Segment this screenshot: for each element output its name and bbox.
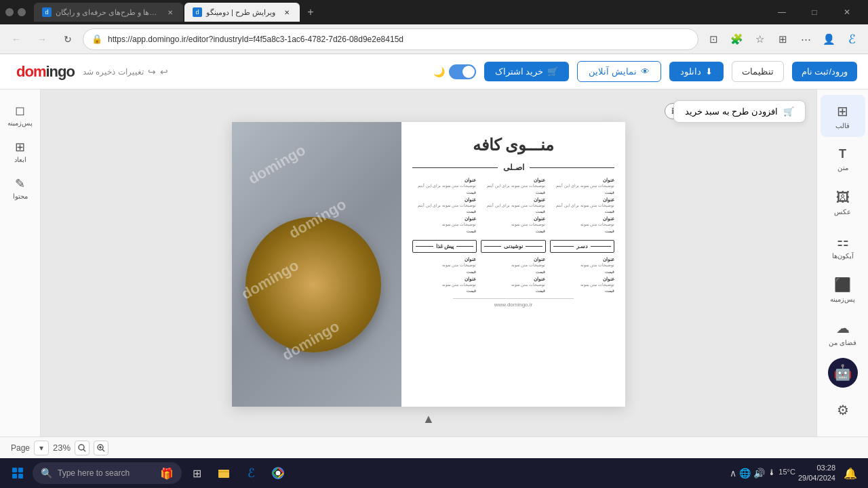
bg-label: پس‌زمینه bbox=[830, 296, 855, 303]
main-section-bar: اصـلی bbox=[412, 163, 614, 172]
sidebar-item-text[interactable]: T متن bbox=[821, 138, 865, 180]
item-6-price: قیمت bbox=[412, 209, 476, 214]
notification-button[interactable]: 🔔 bbox=[838, 461, 863, 485]
toggle-switch[interactable] bbox=[449, 64, 476, 79]
item-4-title: عنوان bbox=[551, 197, 614, 203]
page-label: Page bbox=[11, 443, 30, 453]
browser-collections-button[interactable]: ⊞ bbox=[772, 28, 793, 50]
new-tab-button[interactable]: + bbox=[301, 3, 320, 22]
background-icon: ◻ bbox=[15, 103, 25, 118]
preview-button[interactable]: 👁 نمایش آنلاین bbox=[577, 61, 661, 82]
item-3-title: عنوان bbox=[412, 178, 476, 183]
share-button[interactable]: 🛒 خرید اشتراک bbox=[484, 62, 570, 81]
item-6-title: عنوان bbox=[412, 197, 476, 203]
address-bar[interactable]: 🔒 https://app.domingo.ir/editor?industry… bbox=[83, 28, 698, 50]
sidebar-item-template[interactable]: ⊞ قالب bbox=[821, 95, 865, 137]
taskbar-search-text: Type here to search bbox=[58, 468, 130, 478]
sidebar-item-settings[interactable]: ⚙ bbox=[821, 389, 865, 431]
svg-line-1 bbox=[83, 449, 85, 451]
sidebar-item-background[interactable]: ◻ پس‌زمینه bbox=[3, 98, 37, 131]
browser-extensions-button[interactable]: 🧩 bbox=[726, 28, 747, 50]
sidebar-item-photo[interactable]: 🖼 عکس bbox=[821, 182, 865, 224]
sidebar-item-myspace[interactable]: ☁ فضای من bbox=[821, 312, 865, 354]
tab-2[interactable]: d ویرایش طرح | دومینگو ✕ bbox=[184, 3, 300, 22]
start-button[interactable] bbox=[5, 461, 30, 485]
menu-subsections: دسـر نوشیدنی پیش غذا bbox=[412, 240, 614, 253]
bg-icon: ⬛ bbox=[834, 277, 851, 293]
browser-extras-button[interactable]: ⊡ bbox=[703, 28, 724, 50]
canvas-area: ℹ 🛒 افزودن طرح به سبد خرید domingo domin… bbox=[41, 89, 816, 436]
scroll-up-button[interactable]: ▲ bbox=[422, 412, 435, 426]
subsection-starters-title: پیش غذا bbox=[436, 243, 454, 249]
item-5-title: عنوان bbox=[481, 197, 545, 203]
item-7-price: قیمت bbox=[551, 228, 614, 233]
refresh-button[interactable]: ↻ bbox=[57, 28, 79, 50]
maximize-button[interactable] bbox=[18, 8, 26, 16]
minimize-button[interactable] bbox=[5, 8, 14, 16]
back-button[interactable]: ← bbox=[5, 28, 27, 50]
login-button[interactable]: ورود/ثبت نام bbox=[792, 62, 857, 81]
zoom-reset-button[interactable] bbox=[94, 441, 108, 455]
chrome-taskbar-icon[interactable] bbox=[266, 461, 290, 485]
zoom-out-button[interactable]: ▾ bbox=[34, 441, 49, 455]
item-7-title: عنوان bbox=[551, 216, 614, 222]
tab-1-favicon: d bbox=[42, 7, 52, 17]
tab-1[interactable]: d قالب‌ها و طرح‌های حرفه‌ای و رایگان ✕ bbox=[34, 3, 183, 22]
browser-settings-button[interactable]: ⋯ bbox=[795, 28, 816, 50]
add-to-cart-button[interactable]: 🛒 افزودن طرح به سبد خرید bbox=[673, 100, 806, 123]
tab-2-label: ویرایش طرح | دومینگو bbox=[206, 8, 275, 17]
item-9-title: عنوان bbox=[412, 216, 476, 222]
browser-favorites-button[interactable]: ☆ bbox=[749, 28, 770, 50]
item-5-price: قیمت bbox=[481, 209, 545, 214]
tray-battery[interactable]: 🌡 bbox=[768, 468, 776, 479]
zoom-in-button[interactable] bbox=[75, 441, 90, 455]
tray-up-arrow[interactable]: ∧ bbox=[730, 468, 736, 479]
svg-point-0 bbox=[79, 445, 84, 450]
item-8-price: قیمت bbox=[481, 228, 545, 233]
download-button[interactable]: ⬇ دانلود bbox=[669, 62, 724, 81]
clock-date: 29/04/2024 bbox=[798, 473, 835, 483]
nav-bar: ← → ↻ 🔒 https://app.domingo.ir/editor?in… bbox=[0, 24, 868, 54]
template-icon: ⊞ bbox=[837, 103, 848, 119]
sidebar-item-dimensions[interactable]: ⊞ ابعاد bbox=[3, 134, 37, 168]
item-9-desc: توضیحات متن نمونه bbox=[412, 222, 476, 228]
tray-icons: ∧ 🌐 🔊 🌡 15°C bbox=[730, 468, 795, 479]
item-4-desc: توضیحات متن نمونه برای این آیتم bbox=[551, 203, 614, 209]
sidebar-item-icons[interactable]: ⚏ آیکون‌ها bbox=[821, 225, 865, 267]
zoom-level: 23% bbox=[53, 443, 71, 453]
forward-button[interactable]: → bbox=[31, 28, 53, 50]
menu-item-6: عنوان توضیحات متن نمونه برای این آیتم قی… bbox=[412, 197, 476, 214]
design-canvas: domingo domingo domingo domingo منـــوی … bbox=[232, 122, 625, 407]
tray-volume[interactable]: 🔊 bbox=[753, 468, 765, 479]
menu-item-4: عنوان توضیحات متن نمونه برای این آیتم قی… bbox=[551, 197, 614, 214]
clock[interactable]: 03:28 29/04/2024 bbox=[798, 463, 835, 484]
close-window-button[interactable]: ✕ bbox=[831, 3, 863, 22]
tab-1-close[interactable]: ✕ bbox=[165, 7, 175, 17]
minimize-window-button[interactable]: — bbox=[766, 3, 797, 22]
template-label: قالب bbox=[835, 122, 850, 129]
settings-button[interactable]: تنظیمات bbox=[732, 61, 784, 82]
text-icon: T bbox=[839, 147, 846, 161]
task-view-button[interactable]: ⊞ bbox=[184, 461, 209, 485]
menu-footer: www.domingo.ir bbox=[412, 298, 614, 308]
edge-taskbar-icon[interactable]: ℰ bbox=[239, 461, 263, 485]
svg-line-3 bbox=[102, 449, 104, 451]
sidebar-item-ai[interactable]: 🤖 bbox=[828, 358, 858, 388]
browser-profile-button[interactable]: 👤 bbox=[818, 28, 840, 50]
content-icon: ✎ bbox=[15, 176, 25, 191]
menu-item-3: عنوان توضیحات متن نمونه برای این آیتم قی… bbox=[412, 178, 476, 195]
sidebar-item-content[interactable]: ✎ محتوا bbox=[3, 171, 37, 205]
tab-2-close[interactable]: ✕ bbox=[282, 7, 292, 17]
window-controls[interactable] bbox=[5, 8, 26, 16]
sidebar-item-bg[interactable]: ⬛ پس‌زمینه bbox=[821, 268, 865, 310]
item-5-desc: توضیحات متن نمونه برای این آیتم bbox=[481, 203, 545, 209]
maximize-window-button[interactable]: □ bbox=[799, 3, 830, 22]
menu-item-10: عنوان توضیحات متن نمونه قیمت bbox=[551, 257, 614, 274]
item-8-title: عنوان bbox=[481, 216, 545, 222]
theme-toggle[interactable]: 🌙 bbox=[433, 64, 476, 79]
menu-item-13: عنوان توضیحات متن نمونه قیمت bbox=[551, 277, 614, 293]
tray-network[interactable]: 🌐 bbox=[739, 468, 751, 479]
taskbar-search[interactable]: 🔍 Type here to search 🎁 bbox=[33, 462, 182, 484]
item-2-price: قیمت bbox=[481, 190, 545, 195]
file-explorer-icon[interactable] bbox=[212, 461, 236, 485]
